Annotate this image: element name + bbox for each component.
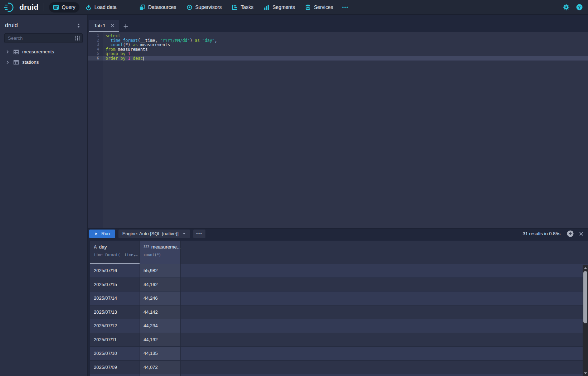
cell-day[interactable]: 2025/07/09: [90, 361, 140, 374]
scrollbar-thumb[interactable]: [583, 271, 587, 323]
cell-day[interactable]: 2025/07/13: [90, 305, 140, 319]
cell-measurements[interactable]: 44,246: [140, 291, 181, 305]
cell-day[interactable]: 2025/07/11: [90, 333, 140, 347]
column-expression: count(*): [144, 252, 180, 257]
load-data-icon: [86, 4, 92, 10]
nav-item-services[interactable]: Services: [301, 2, 337, 13]
cell-measurements[interactable]: 44,192: [140, 333, 181, 347]
results-panel: A day time_format(__time,… 123 measureme…: [88, 239, 588, 376]
datasource-tree: measurements stations: [0, 47, 87, 67]
results-status: 31 results in 0.85s: [523, 231, 560, 236]
nav-item-load-data[interactable]: Load data: [82, 2, 121, 13]
table-row[interactable]: 2025/07/09 44,072: [90, 361, 588, 375]
code-line: time_format(__time, 'YYYY/MM/dd') as "da…: [103, 38, 588, 43]
navbar-divider: [44, 3, 44, 11]
table-icon: [13, 59, 19, 65]
column-header-day[interactable]: A day time_format(__time,…: [90, 241, 140, 264]
table-row[interactable]: 2025/07/10 44,135: [90, 347, 588, 361]
tree-item-measurements[interactable]: measurements: [0, 47, 87, 57]
double-caret-vertical-icon: [76, 23, 81, 28]
column-name: measureme...: [151, 244, 180, 250]
number-type-icon: 123: [144, 245, 149, 248]
table-row[interactable]: 2025/07/16 55,982: [90, 264, 588, 278]
table-row[interactable]: 2025/07/15 44,162: [90, 278, 588, 292]
scroll-down-icon[interactable]: [583, 371, 588, 376]
schema-selector[interactable]: druid: [0, 15, 87, 33]
query-more-button[interactable]: •••: [193, 230, 205, 238]
table-row[interactable]: 2025/07/11 44,192: [90, 333, 588, 347]
code-area[interactable]: select time_format(__time, 'YYYY/MM/dd')…: [103, 32, 588, 228]
nav-item-supervisors[interactable]: Supervisors: [183, 2, 226, 13]
tab-close-icon[interactable]: [110, 23, 115, 28]
filter-sliders-icon[interactable]: [74, 35, 81, 41]
cell-day[interactable]: 2025/07/10: [90, 347, 140, 360]
results-scrollbar[interactable]: [583, 265, 588, 376]
cell-day[interactable]: 2025/07/16: [90, 264, 140, 278]
nav-more-button[interactable]: •••: [339, 3, 351, 12]
engine-select-button[interactable]: Engine: Auto [SQL (native)]: [118, 230, 190, 238]
help-icon[interactable]: ?: [576, 4, 583, 11]
nav-item-datasources[interactable]: Datasources: [135, 2, 180, 13]
table-row[interactable]: 2025/07/14 44,246: [90, 291, 588, 305]
cell-measurements[interactable]: 44,234: [140, 319, 181, 333]
services-icon: [305, 4, 311, 10]
play-icon: [94, 232, 98, 236]
cell-measurements[interactable]: 44,135: [140, 347, 181, 360]
new-tab-plus-icon[interactable]: [119, 20, 133, 32]
code-line: group by 1: [103, 52, 588, 56]
search-input[interactable]: [4, 33, 83, 43]
tab-label: Tab 1: [94, 23, 106, 28]
table-row[interactable]: 2025/07/12 44,234: [90, 319, 588, 333]
cell-measurements[interactable]: 44,142: [140, 305, 181, 319]
table-row[interactable]: 2025/07/13 44,142: [90, 305, 588, 319]
navbar-right: ?: [563, 4, 583, 11]
text-cursor: [143, 57, 144, 61]
run-button[interactable]: Run: [89, 230, 115, 238]
tab-tab1[interactable]: Tab 1: [89, 20, 119, 32]
line-number-active: 6: [88, 56, 103, 61]
nav-item-tasks[interactable]: Tasks: [228, 2, 257, 13]
column-header-measurements[interactable]: 123 measureme... count(*): [140, 241, 181, 264]
chevron-right-icon[interactable]: [5, 60, 10, 65]
results-table-body: 2025/07/16 55,982 2025/07/15 44,162 2025…: [90, 264, 588, 376]
schema-sidebar: druid measurements stations: [0, 15, 88, 376]
cell-measurements[interactable]: 55,982: [140, 264, 181, 278]
line-number: 3: [88, 43, 103, 47]
cell-measurements[interactable]: 44,162: [140, 278, 181, 291]
line-number: 1: [88, 34, 103, 38]
druid-logo[interactable]: druid: [4, 1, 39, 13]
download-results-icon[interactable]: [567, 230, 574, 237]
logo-text: druid: [19, 3, 39, 11]
nav-item-query[interactable]: Query: [49, 2, 79, 13]
navbar-items: Query Load data Datasources Supervisors: [49, 2, 352, 13]
chevron-down-icon: [182, 232, 186, 236]
tree-item-stations[interactable]: stations: [0, 57, 87, 67]
cell-day[interactable]: 2025/07/12: [90, 319, 140, 333]
tree-item-label: measurements: [22, 49, 54, 54]
chevron-right-icon[interactable]: [5, 49, 10, 54]
cell-day[interactable]: 2025/07/15: [90, 278, 140, 291]
close-results-icon[interactable]: [579, 231, 584, 236]
settings-gear-icon[interactable]: [563, 4, 570, 11]
code-line: count(*) as measurements: [103, 43, 588, 47]
line-number: 4: [88, 47, 103, 52]
supervisors-icon: [186, 4, 193, 10]
nav-item-segments[interactable]: Segments: [259, 2, 299, 13]
scroll-up-icon[interactable]: [583, 265, 588, 270]
table-row-partial: [90, 374, 588, 376]
sql-editor[interactable]: 1 2 3 4 5 6 select time_format(__time, '…: [88, 32, 588, 228]
code-line-active: order by 1 desc: [103, 56, 588, 61]
segments-icon: [263, 4, 269, 10]
run-bar: Run Engine: Auto [SQL (native)] ••• 31 r…: [88, 228, 588, 239]
results-table-header: A day time_format(__time,… 123 measureme…: [90, 241, 588, 264]
column-expression: time_format(__time,…: [94, 252, 140, 257]
line-number: 5: [88, 52, 103, 56]
cell-measurements[interactable]: 44,072: [140, 361, 181, 374]
query-workbench: Tab 1 1 2 3 4 5 6 select time_format(__t…: [88, 15, 588, 376]
cell-day[interactable]: 2025/07/14: [90, 291, 140, 305]
navbar-divider: [128, 3, 128, 11]
druid-logo-icon: [4, 1, 17, 13]
svg-text:?: ?: [578, 5, 580, 9]
line-number: 2: [88, 38, 103, 43]
datasources-icon: [139, 4, 145, 10]
